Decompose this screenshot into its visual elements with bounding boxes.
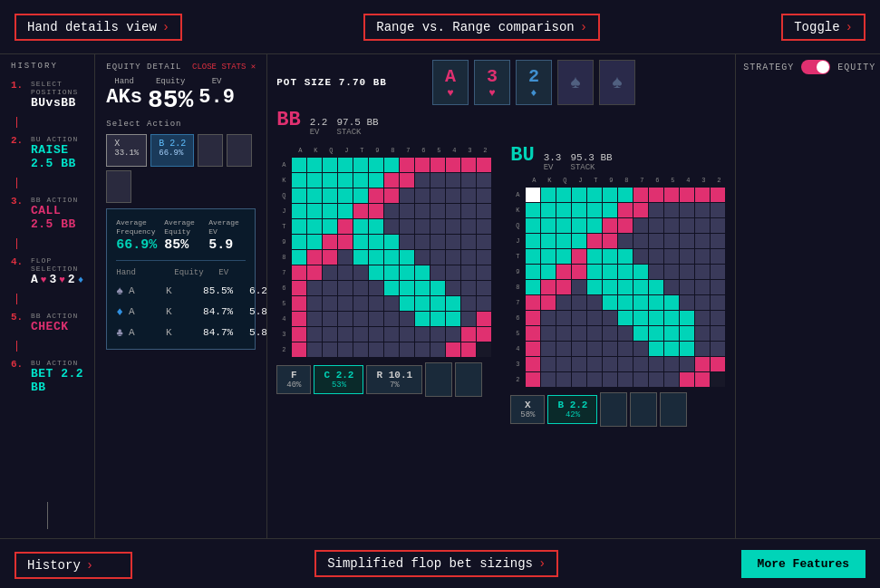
grid-cell[interactable] xyxy=(446,219,460,234)
grid-cell[interactable] xyxy=(307,265,322,280)
grid-cell[interactable] xyxy=(541,280,556,294)
grid-cell[interactable] xyxy=(618,218,633,233)
grid-cell[interactable] xyxy=(711,326,725,341)
bu-action-empty-2[interactable] xyxy=(630,392,657,427)
grid-cell[interactable] xyxy=(541,372,556,387)
grid-cell[interactable] xyxy=(369,235,383,249)
grid-cell[interactable] xyxy=(292,250,306,265)
action-btn-3[interactable] xyxy=(198,134,223,167)
grid-cell[interactable] xyxy=(353,281,368,295)
grid-cell[interactable] xyxy=(461,342,476,357)
grid-cell[interactable] xyxy=(461,204,476,218)
grid-cell[interactable] xyxy=(415,342,430,357)
grid-cell[interactable] xyxy=(572,357,586,371)
grid-cell[interactable] xyxy=(292,265,306,280)
grid-cell[interactable] xyxy=(587,188,602,202)
grid-cell[interactable] xyxy=(338,158,353,172)
grid-cell[interactable] xyxy=(572,265,586,279)
grid-cell[interactable] xyxy=(338,235,353,249)
grid-cell[interactable] xyxy=(292,158,306,172)
bb-action-empty-1[interactable] xyxy=(425,362,452,397)
grid-cell[interactable] xyxy=(618,372,633,387)
grid-cell[interactable] xyxy=(680,372,694,387)
grid-cell[interactable] xyxy=(461,250,476,265)
grid-cell[interactable] xyxy=(680,357,694,371)
grid-cell[interactable] xyxy=(430,158,445,172)
grid-cell[interactable] xyxy=(556,265,571,279)
grid-cell[interactable] xyxy=(384,204,399,218)
grid-cell[interactable] xyxy=(711,280,725,294)
grid-cell[interactable] xyxy=(338,265,353,280)
grid-cell[interactable] xyxy=(633,342,648,356)
grid-cell[interactable] xyxy=(603,311,617,325)
grid-cell[interactable] xyxy=(664,357,679,371)
grid-cell[interactable] xyxy=(695,357,710,371)
grid-cell[interactable] xyxy=(446,265,460,280)
grid-cell[interactable] xyxy=(292,188,306,203)
grid-cell[interactable] xyxy=(307,235,322,249)
grid-cell[interactable] xyxy=(556,280,571,294)
grid-cell[interactable] xyxy=(526,280,540,294)
grid-cell[interactable] xyxy=(430,327,445,342)
grid-cell[interactable] xyxy=(603,218,617,233)
grid-cell[interactable] xyxy=(603,326,617,341)
grid-cell[interactable] xyxy=(353,188,368,203)
grid-cell[interactable] xyxy=(323,265,337,280)
grid-cell[interactable] xyxy=(461,327,476,342)
grid-cell[interactable] xyxy=(711,234,725,248)
grid-cell[interactable] xyxy=(384,342,399,357)
grid-cell[interactable] xyxy=(323,173,337,188)
grid-cell[interactable] xyxy=(384,158,399,172)
grid-cell[interactable] xyxy=(680,342,694,356)
grid-cell[interactable] xyxy=(603,234,617,248)
grid-cell[interactable] xyxy=(400,281,414,295)
grid-cell[interactable] xyxy=(618,326,633,341)
grid-cell[interactable] xyxy=(384,281,399,295)
grid-cell[interactable] xyxy=(446,281,460,295)
grid-cell[interactable] xyxy=(400,312,414,326)
grid-cell[interactable] xyxy=(384,250,399,265)
grid-cell[interactable] xyxy=(649,342,663,356)
grid-cell[interactable] xyxy=(369,158,383,172)
grid-cell[interactable] xyxy=(430,296,445,311)
grid-cell[interactable] xyxy=(526,311,540,325)
grid-cell[interactable] xyxy=(711,357,725,371)
grid-cell[interactable] xyxy=(633,203,648,217)
grid-cell[interactable] xyxy=(664,188,679,202)
grid-cell[interactable] xyxy=(526,342,540,356)
grid-cell[interactable] xyxy=(369,342,383,357)
grid-cell[interactable] xyxy=(680,326,694,341)
range-compare-box[interactable]: Range vs. Range comparison › xyxy=(363,14,600,41)
grid-cell[interactable] xyxy=(556,372,571,387)
grid-cell[interactable] xyxy=(633,234,648,248)
grid-cell[interactable] xyxy=(572,280,586,294)
grid-cell[interactable] xyxy=(603,357,617,371)
grid-cell[interactable] xyxy=(633,280,648,294)
grid-cell[interactable] xyxy=(680,265,694,279)
action-btn-x[interactable]: X 33.1% xyxy=(106,134,147,167)
grid-cell[interactable] xyxy=(338,219,353,234)
grid-cell[interactable] xyxy=(415,188,430,203)
grid-cell[interactable] xyxy=(430,342,445,357)
grid-cell[interactable] xyxy=(649,234,663,248)
bu-action-b22[interactable]: B 2.2 42% xyxy=(547,395,597,424)
grid-cell[interactable] xyxy=(695,326,710,341)
grid-cell[interactable] xyxy=(292,342,306,357)
grid-cell[interactable] xyxy=(711,311,725,325)
grid-cell[interactable] xyxy=(541,203,556,217)
grid-cell[interactable] xyxy=(338,188,353,203)
grid-cell[interactable] xyxy=(446,173,460,188)
grid-cell[interactable] xyxy=(556,234,571,248)
grid-cell[interactable] xyxy=(461,188,476,203)
grid-cell[interactable] xyxy=(603,265,617,279)
grid-cell[interactable] xyxy=(338,173,353,188)
history-footer-box[interactable]: History › xyxy=(15,552,132,579)
grid-cell[interactable] xyxy=(446,158,460,172)
grid-cell[interactable] xyxy=(353,312,368,326)
grid-cell[interactable] xyxy=(541,326,556,341)
grid-cell[interactable] xyxy=(430,312,445,326)
bu-action-empty-3[interactable] xyxy=(660,392,687,427)
grid-cell[interactable] xyxy=(572,326,586,341)
grid-cell[interactable] xyxy=(400,327,414,342)
grid-cell[interactable] xyxy=(649,280,663,294)
